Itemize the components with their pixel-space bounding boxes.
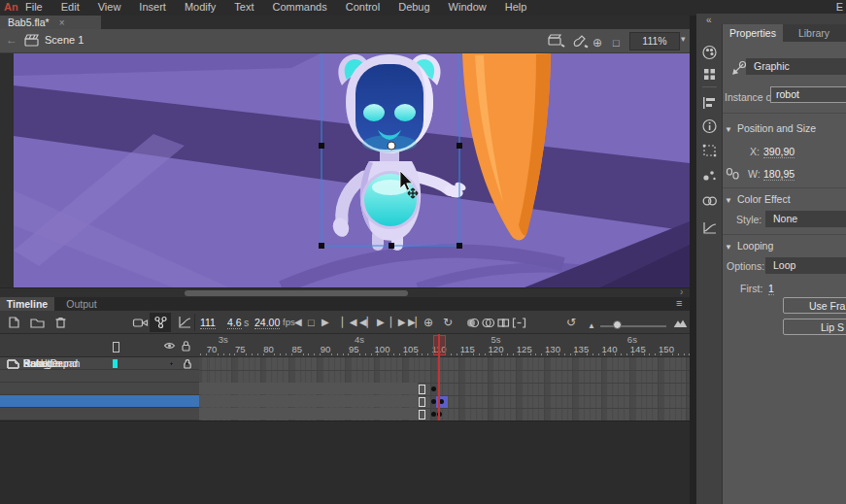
color-panel-icon[interactable] <box>700 44 719 61</box>
section-triangle-icon[interactable]: ▼ <box>725 243 732 252</box>
menu-item-debug[interactable]: Debug <box>398 1 429 13</box>
tab-output[interactable]: Output <box>58 297 105 311</box>
camera-button[interactable] <box>132 315 149 330</box>
symbol-type-dropdown[interactable]: Graphic <box>746 58 846 75</box>
layer-row-robot[interactable]: Robot <box>0 370 199 383</box>
tab-library[interactable]: Library <box>789 24 839 42</box>
frame-span[interactable] <box>199 395 418 407</box>
stage-hscrollbar[interactable]: › <box>0 287 690 297</box>
menu-item-help[interactable]: Help <box>505 1 527 13</box>
link-width-height-icon[interactable] <box>726 166 740 181</box>
menu-item-text[interactable]: Text <box>234 1 254 13</box>
tab-timeline[interactable]: Timeline <box>0 297 54 311</box>
menu-item-insert[interactable]: Insert <box>139 1 166 13</box>
step-back-button[interactable]: ◀▏ <box>359 316 374 329</box>
hscrollbar-thumb[interactable] <box>185 290 408 296</box>
clip-content-icon[interactable]: □ <box>613 36 620 50</box>
transform-center-handle[interactable] <box>388 142 395 150</box>
panel-divider[interactable] <box>690 16 696 504</box>
edit-scene-icon[interactable] <box>548 33 565 49</box>
back-arrow-icon[interactable]: ← <box>6 33 17 47</box>
layer-lock-dot[interactable] <box>186 362 188 365</box>
info-panel-icon[interactable] <box>700 118 719 135</box>
onion-skin-button[interactable] <box>464 315 481 330</box>
loop-playback-button[interactable]: ↻ <box>443 316 453 329</box>
zoom-out-frames-icon[interactable]: ▲ <box>588 319 595 333</box>
stage-canvas[interactable] <box>0 53 690 287</box>
frame-rate-value[interactable]: 24.00 <box>254 317 280 329</box>
align-panel-icon[interactable] <box>700 94 719 112</box>
cc-libraries-icon[interactable] <box>700 192 719 210</box>
w-value[interactable]: 180,95 <box>763 168 795 181</box>
close-icon[interactable]: × <box>59 17 65 28</box>
transform-panel-icon[interactable] <box>700 142 719 159</box>
keyframe-dot[interactable] <box>431 412 436 417</box>
instance-name-field[interactable]: robot <box>770 86 846 103</box>
show-parenting-button[interactable] <box>150 313 171 332</box>
zoom-in-frames-icon[interactable] <box>672 315 689 330</box>
elapsed-time-value[interactable]: 4.6 <box>227 317 242 329</box>
layer-row-background[interactable]: Background <box>0 408 199 420</box>
style-dropdown[interactable]: None <box>765 211 846 227</box>
menu-item-window[interactable]: Window <box>449 1 487 13</box>
center-frame-button[interactable]: ⊕ <box>423 316 433 329</box>
frame-span[interactable] <box>199 383 418 394</box>
advanced-layers-graph-button[interactable] <box>177 315 193 330</box>
section-triangle-icon[interactable]: ▼ <box>725 196 732 205</box>
loop-options-dropdown[interactable]: Loop <box>765 257 846 274</box>
modify-markers-button[interactable] <box>511 315 527 330</box>
panel-menu-icon[interactable]: ≡ <box>676 297 682 309</box>
hscroll-right-arrow-icon[interactable]: › <box>680 286 683 297</box>
keyframe-dot[interactable] <box>431 399 436 404</box>
keyframe-dot[interactable] <box>431 386 436 391</box>
particles-panel-icon[interactable] <box>700 166 719 184</box>
motion-editor-icon[interactable] <box>700 219 719 237</box>
end-frame-marker[interactable] <box>419 410 425 420</box>
play-button[interactable]: ▶ <box>377 316 385 329</box>
loop-frame-icon[interactable]: □ <box>308 316 315 329</box>
outline-column-icon[interactable] <box>113 342 119 353</box>
workspace-button-truncated[interactable]: E <box>836 1 843 13</box>
frame-ruler[interactable]: 7075808590951001051101151201251301351401… <box>199 334 690 357</box>
timeline-zoom-slider[interactable] <box>600 325 666 327</box>
end-frame-marker[interactable] <box>419 385 425 394</box>
menu-item-edit[interactable]: Edit <box>61 1 80 13</box>
first-frame-value[interactable]: 1 <box>768 283 774 295</box>
section-position-size[interactable]: ▼Position and Size <box>725 122 816 134</box>
swatches-panel-icon[interactable] <box>700 65 719 83</box>
menu-item-commands[interactable]: Commands <box>272 1 326 13</box>
section-triangle-icon[interactable]: ▼ <box>725 125 732 134</box>
go-to-last-frame-button[interactable]: ▶▏ <box>408 316 423 329</box>
layer-visibility-dot[interactable] <box>170 362 173 365</box>
section-color-effect[interactable]: ▼Color Effect <box>725 193 791 205</box>
go-to-first-frame-button[interactable]: ▏◀ <box>342 316 356 329</box>
step-forward-button[interactable]: ▏▶ <box>390 316 405 329</box>
edit-multiple-frames-button[interactable] <box>495 315 512 330</box>
layer-row-karakter[interactable]: Karakter <box>0 395 199 408</box>
edit-symbols-icon[interactable] <box>571 33 589 49</box>
tab-properties[interactable]: Properties <box>723 24 783 42</box>
frames-grid[interactable] <box>199 357 690 420</box>
frames-area[interactable]: 7075808590951001051101151201251301351401… <box>199 334 690 420</box>
new-folder-button[interactable] <box>29 315 46 330</box>
section-looping[interactable]: ▼Looping <box>725 240 773 252</box>
stage-zoom-input[interactable]: 111% <box>629 32 680 50</box>
animate-logo[interactable]: An <box>4 1 18 13</box>
use-frame-picker-button[interactable]: Use Fra <box>783 297 846 314</box>
reset-timeline-zoom-button[interactable]: ↺ <box>566 316 576 329</box>
menu-item-file[interactable]: File <box>25 1 43 13</box>
zoom-chevron-icon[interactable]: ▾ <box>681 34 686 44</box>
loop-prev-icon[interactable]: ◀ <box>294 316 302 329</box>
playhead-line[interactable] <box>438 334 440 420</box>
current-frame-value[interactable]: 111 <box>200 317 216 329</box>
frame-span[interactable] <box>199 408 418 420</box>
menu-item-control[interactable]: Control <box>346 1 380 13</box>
document-tab[interactable]: Bab5.fla* × <box>0 16 101 29</box>
delete-layer-button[interactable] <box>52 315 69 330</box>
lock-icon[interactable] <box>181 340 191 352</box>
x-value[interactable]: 390,90 <box>763 146 795 158</box>
timeline-zoom-handle[interactable] <box>613 320 622 329</box>
onion-skin-outlines-button[interactable] <box>480 315 496 330</box>
lip-syncing-button[interactable]: Lip S <box>783 319 846 335</box>
center-stage-icon[interactable]: ⊕ <box>592 36 602 50</box>
